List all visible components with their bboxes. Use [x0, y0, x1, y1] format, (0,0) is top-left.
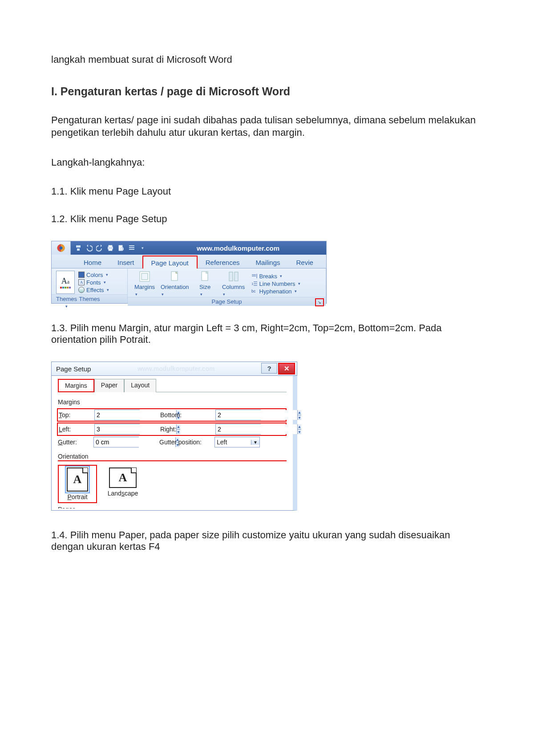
hyphenation-button[interactable]: bcHyphenation▾ — [251, 288, 300, 295]
margins-button[interactable]: Margins▾ — [132, 270, 157, 297]
gutter-pos-value: Left — [215, 439, 251, 446]
bottom-spinner[interactable]: ▲▼ — [215, 410, 261, 420]
columns-button[interactable]: Columns▾ — [221, 270, 246, 297]
svg-point-1 — [60, 247, 63, 250]
section-heading: I. Pengaturan kertas / page di Microsoft… — [51, 85, 483, 98]
redo-icon[interactable] — [96, 244, 104, 252]
svg-rect-14 — [229, 272, 233, 281]
quick-access-toolbar: ▾ — [71, 244, 150, 252]
orientation-portrait[interactable]: A Portrait — [58, 465, 97, 503]
dialog-tabs: Margins Paper Layout — [58, 378, 287, 392]
svg-text:bc: bc — [251, 289, 256, 293]
landscape-label: Landscape — [108, 490, 138, 497]
svg-rect-3 — [76, 245, 81, 248]
spin-up-icon[interactable]: ▲ — [298, 424, 301, 430]
paragraph-2: Langkah-langkahnya: — [51, 156, 483, 169]
step-1-1: 1.1. Klik menu Page Layout — [51, 186, 483, 197]
page-setup-dialog: Page Setup www.modulkomputer.com ? ✕ Mar… — [51, 362, 297, 511]
themes-label-btn: Themes▾ — [56, 296, 77, 309]
portrait-icon: A — [67, 467, 88, 492]
paragraph-1: Pengaturan kertas/ page ini sudah dibaha… — [51, 114, 483, 139]
right-spinner[interactable]: ▲▼ — [215, 424, 261, 435]
document-page: langkah membuat surat di Microsoft Word … — [0, 0, 534, 756]
right-input[interactable] — [216, 424, 297, 434]
dialog-title: Page Setup — [56, 365, 91, 373]
gutter-label: Gutter: — [58, 439, 87, 446]
tab-page-layout[interactable]: Page Layout — [142, 256, 198, 268]
print-icon[interactable] — [106, 244, 114, 252]
word-ribbon: ▾ www.modulkomputer.com Home Insert Page… — [51, 241, 327, 304]
step-1-4: 1.4. Pilih menu Paper, pada paper size p… — [51, 529, 483, 553]
gutter-pos-combo[interactable]: Left ▼ — [214, 437, 260, 447]
group-page-setup-label: Page Setup ↘ — [128, 297, 326, 306]
help-button[interactable]: ? — [261, 363, 277, 374]
line-numbers-button[interactable]: 1Line Numbers▾ — [251, 280, 300, 287]
portrait-label: Portrait — [67, 493, 87, 500]
tab-mailings[interactable]: Mailings — [248, 256, 288, 268]
colors-button[interactable]: Colors▾ — [78, 272, 109, 278]
list-icon[interactable] — [128, 244, 136, 252]
page-setup-launcher[interactable]: ↘ — [315, 298, 324, 306]
gutter-pos-label: Gutter position: — [159, 439, 208, 446]
office-button[interactable] — [52, 241, 71, 255]
svg-text:1: 1 — [251, 282, 254, 286]
preview-icon[interactable] — [117, 244, 125, 252]
tab-review[interactable]: Revie — [288, 256, 321, 268]
left-label: Left: — [59, 426, 88, 433]
margins-section-title: Margins — [58, 398, 287, 406]
undo-icon[interactable] — [85, 244, 93, 252]
orientation-landscape[interactable]: A Landscape — [103, 465, 142, 503]
spin-down-icon[interactable]: ▼ — [298, 415, 301, 420]
qat-dropdown-icon[interactable]: ▾ — [138, 244, 146, 252]
orientation-button[interactable]: Orientation▾ — [161, 270, 189, 297]
svg-rect-11 — [142, 273, 148, 280]
pages-cutoff — [58, 506, 287, 508]
gutter-spinner[interactable]: ▲▼ — [93, 437, 139, 447]
dialog-tab-margins[interactable]: Margins — [58, 379, 94, 392]
tab-home[interactable]: Home — [76, 256, 109, 268]
left-spinner[interactable]: ▲▼ — [94, 424, 140, 435]
dialog-tab-layout[interactable]: Layout — [124, 379, 156, 392]
right-label: Right: — [160, 426, 209, 433]
dialog-titlebar: Page Setup www.modulkomputer.com ? ✕ — [51, 362, 297, 376]
svg-rect-4 — [77, 248, 80, 251]
ribbon-titlebar: ▾ www.modulkomputer.com — [52, 241, 326, 255]
step-1-3: 1.3. Pilih menu Margin, atur margin Left… — [51, 322, 483, 345]
group-themes-label: Themes▾ Themes — [52, 294, 127, 303]
ribbon-tabs: Home Insert Page Layout References Maili… — [52, 255, 326, 268]
landscape-icon: A — [109, 467, 137, 488]
close-button[interactable]: ✕ — [278, 363, 295, 374]
svg-rect-6 — [109, 245, 112, 247]
effects-button[interactable]: Effects▾ — [78, 287, 109, 293]
office-icon — [55, 243, 67, 253]
tab-insert[interactable]: Insert — [109, 256, 142, 268]
breaks-button[interactable]: Breaks▾ — [251, 273, 300, 280]
ribbon-body: Aa Colors▾ AFonts▾ — [52, 268, 326, 303]
step-1-2: 1.2. Klik menu Page Setup — [51, 213, 483, 225]
fonts-button[interactable]: AFonts▾ — [78, 279, 109, 286]
chevron-down-icon[interactable]: ▼ — [251, 440, 259, 445]
save-icon[interactable] — [74, 244, 82, 252]
themes-button[interactable]: Aa — [56, 271, 75, 294]
bottom-input[interactable] — [216, 410, 297, 420]
intro-text: langkah membuat surat di Microsoft Word — [51, 53, 483, 66]
top-spinner[interactable]: ▲▼ — [94, 410, 140, 420]
svg-rect-15 — [235, 272, 238, 281]
size-button[interactable]: Size▾ — [193, 270, 218, 297]
watermark-text: www.modulkomputer.com — [91, 365, 261, 372]
svg-rect-7 — [109, 249, 112, 251]
orientation-section-title: Orientation — [58, 453, 287, 461]
tab-references[interactable]: References — [198, 256, 248, 268]
spin-down-icon[interactable]: ▼ — [298, 430, 301, 435]
spin-up-icon[interactable]: ▲ — [298, 410, 301, 415]
dialog-tab-paper[interactable]: Paper — [94, 379, 124, 392]
top-label: Top: — [59, 411, 88, 419]
bottom-label: Bottom: — [160, 411, 209, 419]
window-title: www.modulkomputer.com — [150, 244, 326, 252]
